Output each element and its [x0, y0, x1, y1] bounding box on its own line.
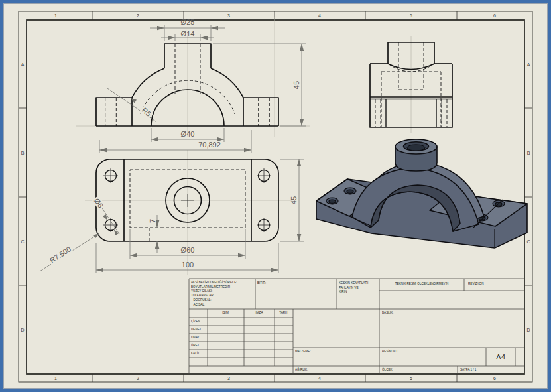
- viewport-frame: [0, 0, 551, 392]
- drawing-sheet-screenshot: Ø25 Ø14 45 R5 Ø40 70,892 45 Ø6 R7.500 7 …: [0, 0, 551, 392]
